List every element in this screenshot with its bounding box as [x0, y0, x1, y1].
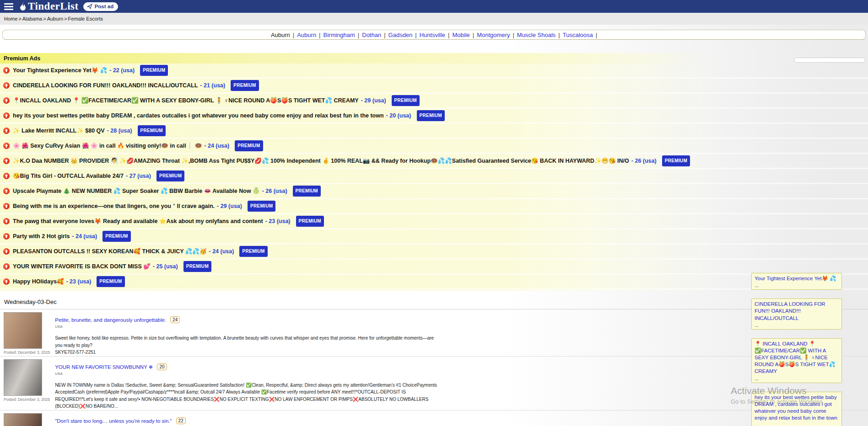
sidebar-ad-box[interactable]: Your Tightest Experience Yet🦊 💦 ...	[751, 273, 842, 290]
sidebar-ad-title[interactable]: hey its your best wettes petite baby DRE…	[755, 394, 839, 422]
bump-up-icon	[3, 158, 10, 164]
sidebar-ad-title[interactable]: 📍 INCALL OAKLAND 📍 ✅FACETIME/CAR✅ WITH A…	[755, 341, 839, 375]
premium-ad-age: - 27 (usa)	[126, 172, 151, 181]
horizontal-scrollbar[interactable]	[794, 58, 865, 63]
city-separator: |	[319, 32, 320, 38]
premium-ad-row[interactable]: hey its your best wettes petite baby DRE…	[0, 109, 868, 124]
premium-ad-row[interactable]: CINDERELLA LOOKING FOR FUN!!! OAKLAND!!!…	[0, 79, 868, 94]
premium-badge: PREMIUM	[97, 276, 124, 287]
premium-ad-title[interactable]: ✨ Lake Merritt INCALL✨ $80 QV	[13, 127, 105, 135]
premium-ad-title[interactable]: Happy HOlidays🥰	[13, 277, 64, 286]
premium-ad-age: - 26 (usa)	[262, 187, 287, 196]
city-link-muscle-shoals[interactable]: Muscle Shoals	[517, 32, 556, 38]
city-separator: |	[293, 32, 294, 38]
breadcrumb-state[interactable]: Alabama	[22, 16, 42, 21]
premium-ad-row[interactable]: ✨K.O Daa NUMBER 👑 PROVIDER 🧖 ✨💋AMAZING T…	[0, 154, 868, 169]
sidebar-ad-title[interactable]: CINDERELLA LOOKING FOR FUN!!! OAKLAND!!!…	[755, 301, 839, 322]
breadcrumb-separator: >	[43, 16, 46, 21]
premium-ad-title[interactable]: YOUR WINTER FAVORITE IS BACK DONT MISS 💕	[13, 262, 151, 271]
listing-photo[interactable]	[4, 312, 42, 349]
premium-ad-row[interactable]: Happy HOlidays🥰 - 23 (usa) PREMIUM	[0, 275, 868, 290]
breadcrumb-home[interactable]: Home	[4, 16, 17, 21]
listing-title-link[interactable]: YOUR NEW FAVORITE SNOWBUNNY ❄	[55, 364, 153, 370]
premium-ad-row[interactable]: PLEASANTON OUTCALLS !! SEXY KOREAN🥰 THIC…	[0, 245, 868, 260]
city-link-mobile[interactable]: Mobile	[452, 32, 469, 38]
premium-ad-row[interactable]: 📍INCALL OAKLAND 📍 ✅FACETIME/CAR✅ WITH A …	[0, 94, 868, 109]
listing-posted-date: Posted: December 3, 2025	[4, 350, 50, 355]
premium-ad-title[interactable]: The pawg that everyone loves🦊 Ready and …	[13, 217, 263, 226]
city-link-montgomery[interactable]: Montgomery	[477, 32, 510, 38]
listing-title-link[interactable]: Petite, brunette, and dangerously unforg…	[55, 317, 166, 323]
listing-description: Sweet like honey, bold like espresso. Pe…	[55, 335, 442, 349]
city-separator: |	[415, 32, 416, 38]
bump-up-icon	[3, 233, 10, 240]
breadcrumb-category[interactable]: Female Escorts	[68, 16, 103, 21]
city-link-birmingham[interactable]: Birmingham	[323, 32, 355, 38]
premium-ad-title[interactable]: 🌸 🌺 Sexy CuRvy Asian 🌺 🌸 in call 🔥 visit…	[13, 142, 202, 150]
sidebar-ad-title[interactable]: Your Tightest Experience Yet🦊 💦	[755, 275, 839, 282]
sidebar-ad-more: ...	[755, 322, 839, 328]
brand-logo[interactable]: TinderList	[19, 0, 79, 12]
premium-ad-title[interactable]: PLEASANTON OUTCALLS !! SEXY KOREAN🥰 THIC…	[13, 247, 207, 256]
city-link-gadsden[interactable]: Gadsden	[388, 32, 413, 38]
premium-ad-title[interactable]: Party with 2 Hot girls	[13, 232, 70, 241]
top-navigation-bar: TinderList Post ad	[0, 0, 868, 13]
brand-name: TinderList	[28, 0, 79, 12]
premium-ad-row[interactable]: ✨ Lake Merritt INCALL✨ $80 QV - 28 (usa)…	[0, 124, 868, 139]
city-link-huntsville[interactable]: Huntsville	[420, 32, 445, 38]
bump-up-icon	[3, 112, 10, 119]
city-link-dothan[interactable]: Dothan	[362, 32, 381, 38]
city-current: Auburn	[271, 32, 290, 38]
city-separator: |	[558, 32, 560, 38]
city-separator: |	[473, 32, 474, 38]
sidebar-ad-box[interactable]: hey its your best wettes petite baby DRE…	[751, 392, 842, 426]
premium-ad-age: - 22 (usa)	[109, 66, 135, 75]
sidebar-ad-box[interactable]: CINDERELLA LOOKING FOR FUN!!! OAKLAND!!!…	[751, 298, 842, 330]
listing-photo[interactable]	[4, 359, 42, 396]
city-link-auburn[interactable]: Auburn	[297, 32, 316, 38]
premium-badge: PREMIUM	[138, 125, 166, 136]
city-link-tuscaloosa[interactable]: Tuscaloosa	[563, 32, 593, 38]
premium-ad-title[interactable]: 📍INCALL OAKLAND 📍 ✅FACETIME/CAR✅ WITH A …	[13, 96, 359, 105]
city-separator: |	[448, 32, 449, 38]
sidebar-ad-box[interactable]: 📍 INCALL OAKLAND 📍 ✅FACETIME/CAR✅ WITH A…	[751, 338, 842, 383]
premium-ad-title[interactable]: ✨K.O Daa NUMBER 👑 PROVIDER 🧖 ✨💋AMAZING T…	[13, 157, 629, 165]
premium-ad-title[interactable]: 😘Big Tits Girl - OUTCALL Available 24/7	[13, 172, 124, 181]
listing-title-link[interactable]: "Don't stare too long… unless you're rea…	[55, 418, 172, 424]
post-ad-button[interactable]: Post ad	[83, 2, 119, 11]
premium-ad-title[interactable]: Being with me is an experience—one that …	[13, 202, 215, 211]
premium-ad-title[interactable]: CINDERELLA LOOKING FOR FUN!!! OAKLAND!!!…	[13, 81, 198, 90]
premium-ad-title[interactable]: Upscale Playmate 🎄 NEW NUMBER 💦 Super So…	[13, 187, 260, 196]
premium-sidebar: Your Tightest Experience Yet🦊 💦 ... CIND…	[751, 273, 842, 426]
premium-ad-title[interactable]: Your Tightest Experience Yet🦊 💦	[13, 66, 107, 75]
bump-up-icon	[3, 82, 10, 89]
premium-section-title: Premium Ads	[0, 53, 868, 64]
premium-ad-row[interactable]: 🌸 🌺 Sexy CuRvy Asian 🌺 🌸 in call 🔥 visit…	[0, 139, 868, 154]
premium-ad-row[interactable]: Party with 2 Hot girls - 24 (usa) PREMIU…	[0, 229, 868, 245]
premium-ad-age: - 25 (usa)	[153, 262, 178, 271]
listing-posted-date: Posted: December 3, 2025	[4, 397, 50, 402]
listing-row: Posted: December 3, 2025 Petite, brunett…	[0, 309, 868, 357]
premium-ad-row[interactable]: 😘Big Tits Girl - OUTCALL Available 24/7 …	[0, 169, 868, 184]
city-separator: |	[596, 32, 597, 38]
premium-badge: PREMIUM	[231, 80, 259, 91]
premium-ad-row[interactable]: The pawg that everyone loves🦊 Ready and …	[0, 214, 868, 229]
premium-ad-row[interactable]: Upscale Playmate 🎄 NEW NUMBER 💦 Super So…	[0, 184, 868, 199]
city-separator: |	[384, 32, 385, 38]
sidebar-ad-more: ...	[755, 376, 839, 381]
sidebar-ad-more: ...	[755, 282, 839, 288]
bump-up-icon	[3, 278, 10, 285]
bump-up-icon	[3, 263, 10, 270]
premium-ad-row[interactable]: YOUR WINTER FAVORITE IS BACK DONT MISS 💕…	[0, 260, 868, 275]
bump-up-icon	[3, 248, 10, 255]
listing-photo[interactable]	[4, 413, 42, 426]
premium-ad-age: - 20 (usa)	[386, 112, 411, 120]
premium-ad-age: - 24 (usa)	[72, 232, 97, 241]
post-ad-label: Post ad	[95, 4, 114, 9]
premium-ad-row[interactable]: Your Tightest Experience Yet🦊 💦 - 22 (us…	[0, 64, 868, 79]
premium-ad-row[interactable]: Being with me is an experience—one that …	[0, 199, 868, 214]
menu-icon[interactable]	[3, 2, 14, 11]
premium-badge: PREMIUM	[235, 140, 263, 151]
premium-ad-title[interactable]: hey its your best wettes petite baby DRE…	[13, 112, 384, 120]
breadcrumb-city[interactable]: Auburn	[47, 16, 63, 21]
